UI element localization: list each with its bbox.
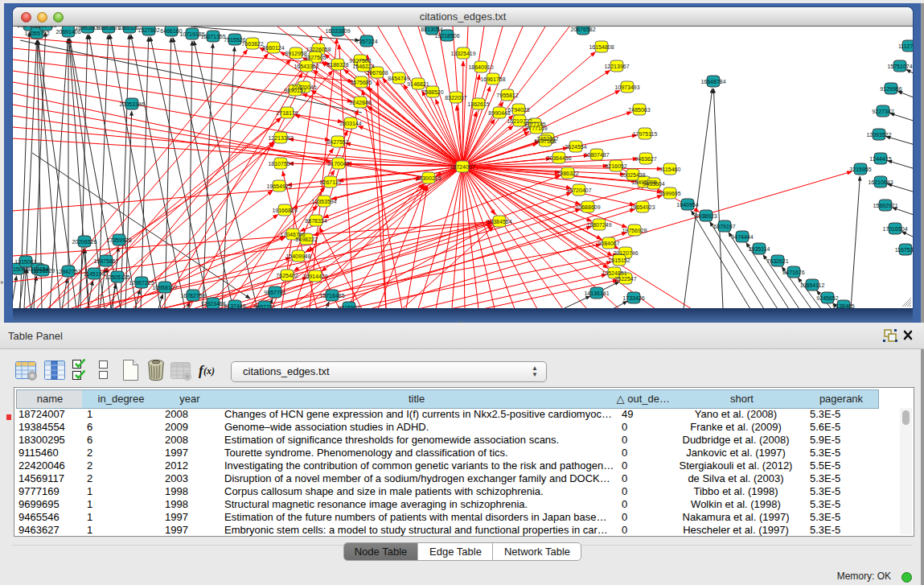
svg-text:8454749: 8454749	[388, 76, 409, 81]
svg-text:3215955: 3215955	[849, 167, 871, 172]
svg-text:17975115: 17975115	[633, 131, 658, 137]
svg-text:10688609: 10688609	[575, 204, 600, 210]
svg-text:9415502: 9415502	[338, 305, 359, 309]
svg-text:(x): (x)	[203, 365, 215, 377]
svg-text:20120746: 20120746	[613, 250, 638, 256]
svg-text:16154808: 16154808	[589, 44, 614, 50]
svg-text:1244415: 1244415	[869, 156, 891, 162]
svg-text:2803144: 2803144	[339, 121, 361, 126]
svg-text:9474444: 9474444	[731, 234, 753, 240]
svg-text:20364436: 20364436	[546, 155, 571, 161]
svg-text:14055712: 14055712	[24, 31, 49, 36]
svg-text:9245652: 9245652	[816, 295, 838, 301]
svg-text:2967608: 2967608	[366, 70, 388, 76]
svg-text:9137448: 9137448	[224, 303, 245, 309]
svg-text:6216052: 6216052	[605, 163, 626, 169]
svg-text:1733426: 1733426	[622, 295, 644, 301]
svg-text:8186328: 8186328	[326, 62, 348, 68]
svg-text:13325419: 13325419	[450, 51, 475, 56]
svg-text:1362615: 1362615	[467, 101, 489, 107]
svg-text:16961758: 16961758	[480, 76, 505, 82]
svg-text:17016504: 17016504	[882, 226, 907, 232]
svg-text:1527602: 1527602	[138, 27, 159, 33]
svg-text:20876582: 20876582	[570, 27, 595, 32]
svg-text:9084067: 9084067	[598, 241, 619, 246]
svg-text:15692971: 15692971	[873, 203, 897, 208]
svg-text:1167533: 1167533	[895, 247, 913, 253]
svg-text:8471676: 8471676	[782, 270, 804, 275]
svg-text:10654112: 10654112	[800, 282, 825, 288]
svg-text:15409948: 15409948	[285, 253, 310, 259]
svg-text:12923468: 12923468	[200, 301, 225, 307]
svg-text:7357224: 7357224	[355, 39, 377, 44]
svg-text:7625402: 7625402	[276, 273, 298, 278]
svg-text:20053346: 20053346	[119, 101, 144, 107]
svg-text:9657791: 9657791	[264, 290, 285, 295]
svg-text:3624554: 3624554	[565, 144, 586, 150]
svg-text:18300215: 18300215	[416, 175, 441, 181]
svg-text:18640910: 18640910	[468, 64, 493, 70]
svg-text:1546224: 1546224	[352, 64, 374, 69]
svg-text:10958107: 10958107	[152, 285, 177, 290]
svg-text:9463627: 9463627	[634, 156, 656, 162]
svg-text:12213967: 12213967	[604, 64, 629, 69]
svg-text:9242848: 9242848	[349, 100, 371, 105]
svg-text:16671355: 16671355	[200, 34, 225, 39]
svg-text:9129966: 9129966	[880, 86, 901, 92]
svg-text:8322037: 8322037	[445, 95, 466, 101]
svg-text:7588520: 7588520	[421, 89, 443, 95]
svg-text:15716485: 15716485	[319, 293, 344, 299]
svg-text:7485063: 7485063	[628, 107, 650, 113]
svg-text:9890157: 9890157	[284, 88, 306, 93]
svg-text:18807249: 18807249	[586, 222, 611, 228]
svg-text:19654923: 19654923	[630, 204, 655, 210]
svg-text:13524851: 13524851	[602, 270, 626, 276]
svg-text:5498222: 5498222	[295, 237, 317, 242]
svg-text:11156829: 11156829	[31, 268, 55, 274]
svg-text:9699695: 9699695	[659, 191, 680, 196]
svg-text:19384554: 19384554	[487, 219, 511, 225]
svg-text:17359928: 17359928	[106, 237, 131, 243]
svg-text:9777169: 9777169	[525, 126, 547, 131]
svg-text:1112733: 1112733	[898, 43, 913, 49]
svg-text:9463604: 9463604	[643, 181, 664, 187]
svg-text:9115460: 9115460	[659, 167, 681, 172]
svg-text:8878334: 8878334	[305, 218, 326, 224]
svg-text:1315061: 1315061	[14, 259, 36, 265]
svg-text:7986322: 7986322	[556, 171, 578, 176]
svg-text:18107554: 18107554	[268, 161, 293, 167]
svg-text:9227342: 9227342	[872, 109, 893, 114]
svg-text:1640954: 1640954	[676, 202, 698, 208]
svg-text:1615152: 1615152	[608, 257, 630, 263]
svg-text:15751074: 15751074	[887, 64, 912, 69]
svg-text:16648784: 16648784	[700, 79, 725, 84]
svg-text:19218506: 19218506	[434, 33, 459, 39]
svg-text:6879197: 6879197	[713, 224, 735, 229]
svg-text:8267110: 8267110	[320, 179, 342, 185]
svg-text:6794028: 6794028	[507, 107, 529, 113]
svg-text:9155721: 9155721	[35, 27, 56, 28]
svg-text:19975867: 19975867	[93, 258, 118, 264]
svg-text:3675685: 3675685	[350, 80, 372, 85]
svg-text:10807487: 10807487	[584, 152, 609, 158]
svg-text:9138465: 9138465	[832, 303, 854, 309]
svg-text:13226058: 13226058	[306, 47, 331, 52]
svg-text:12942757: 12942757	[55, 269, 80, 274]
svg-text:8938923: 8938923	[695, 213, 717, 219]
svg-text:9327508: 9327508	[349, 58, 371, 64]
svg-text:12213382: 12213382	[268, 135, 293, 141]
svg-text:1145194: 1145194	[84, 271, 105, 277]
svg-text:2170045: 2170045	[327, 161, 349, 167]
svg-text:8813054: 8813054	[421, 27, 442, 32]
svg-text:14136141: 14136141	[584, 290, 609, 296]
svg-text:12093522: 12093522	[866, 132, 891, 138]
svg-text:12353594: 12353594	[311, 199, 336, 204]
svg-text:9657791: 9657791	[253, 304, 275, 309]
svg-text:19654925: 19654925	[266, 183, 291, 189]
svg-text:2522547: 2522547	[614, 276, 636, 282]
svg-text:16210643: 16210643	[868, 179, 893, 185]
svg-text:16543362: 16543362	[294, 64, 318, 69]
svg-text:15720407: 15720407	[566, 187, 591, 193]
svg-text:19756928: 19756928	[622, 228, 647, 233]
svg-text:7663822: 7663822	[241, 41, 263, 47]
